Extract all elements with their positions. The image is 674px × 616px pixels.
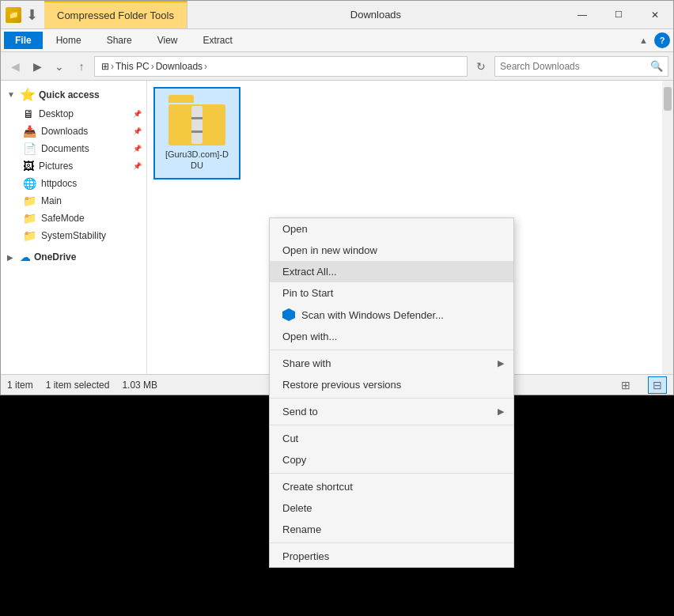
tab-share[interactable]: Share bbox=[95, 31, 144, 50]
file-label: [Guru3D.com]-D DU bbox=[161, 149, 233, 172]
menu-extract-all-label: Extract All... bbox=[282, 266, 337, 278]
menu-open-new-window-label: Open in new window bbox=[282, 244, 377, 256]
menu-open-with-label: Open with... bbox=[282, 331, 337, 342]
onedrive-label: OneDrive bbox=[34, 251, 76, 263]
menu-rename-label: Rename bbox=[282, 523, 321, 535]
desktop-icon: 🖥 bbox=[23, 108, 34, 120]
search-input[interactable] bbox=[500, 61, 647, 72]
sidebar-main-label: Main bbox=[41, 195, 62, 206]
window-title: Downloads bbox=[187, 1, 564, 28]
compressed-tab-label: Compressed Folder Tools bbox=[57, 9, 174, 21]
menu-item-share-with[interactable]: Share with ▶ bbox=[270, 353, 513, 374]
sidebar-item-desktop[interactable]: 🖥 Desktop 📌 bbox=[1, 105, 146, 123]
expand-icon-od: ▶ bbox=[7, 253, 17, 262]
search-icon: 🔍 bbox=[650, 60, 663, 72]
menu-item-pin-to-start[interactable]: Pin to Start bbox=[270, 282, 513, 304]
minimize-button[interactable]: — bbox=[564, 1, 600, 29]
up-button[interactable]: ↑ bbox=[72, 57, 91, 76]
menu-share-with-label: Share with bbox=[282, 357, 331, 369]
sidebar-item-pictures[interactable]: 🖼 Pictures 📌 bbox=[1, 157, 146, 175]
windows-defender-icon bbox=[282, 308, 295, 321]
tab-extract[interactable]: Extract bbox=[191, 31, 244, 50]
menu-properties-label: Properties bbox=[282, 550, 329, 562]
menu-open-label: Open bbox=[282, 223, 308, 235]
menu-send-to-label: Send to bbox=[282, 406, 318, 418]
window-controls: — ☐ ✕ bbox=[564, 1, 673, 28]
sidebar-item-httpdocs[interactable]: 🌐 httpdocs bbox=[1, 175, 146, 192]
menu-separator-5 bbox=[270, 542, 513, 543]
documents-icon: 📄 bbox=[23, 142, 36, 155]
pin-icon: 📌 bbox=[133, 110, 142, 118]
path-this-pc: This PC bbox=[115, 61, 150, 72]
menu-item-open-with[interactable]: Open with... bbox=[270, 326, 513, 347]
ribbon: File Home Share View Extract ▲ ? bbox=[1, 29, 673, 52]
menu-item-create-shortcut[interactable]: Create shortcut bbox=[270, 476, 513, 497]
menu-item-send-to[interactable]: Send to ▶ bbox=[270, 401, 513, 422]
menu-item-restore-versions[interactable]: Restore previous versions bbox=[270, 374, 513, 395]
forward-button[interactable]: ▶ bbox=[28, 57, 47, 76]
menu-item-scan-defender[interactable]: Scan with Windows Defender... bbox=[270, 304, 513, 326]
ribbon-tabs: File Home Share View Extract ▲ ? bbox=[1, 29, 673, 51]
menu-item-delete[interactable]: Delete bbox=[270, 497, 513, 519]
menu-pin-to-start-label: Pin to Start bbox=[282, 287, 333, 299]
pin-icon-pic: 📌 bbox=[133, 162, 142, 170]
onedrive-icon: ☁ bbox=[20, 251, 31, 263]
large-icon-view-button[interactable]: ⊟ bbox=[648, 376, 667, 394]
help-button[interactable]: ? bbox=[654, 32, 670, 48]
compressed-folder-tools-tab[interactable]: Compressed Folder Tools bbox=[44, 1, 187, 28]
menu-item-rename[interactable]: Rename bbox=[270, 519, 513, 540]
downloads-icon: 📥 bbox=[23, 125, 36, 138]
sidebar-item-systemstability[interactable]: 📁 SystemStability bbox=[1, 227, 146, 244]
item-selected: 1 item selected bbox=[46, 380, 110, 391]
tab-view[interactable]: View bbox=[146, 31, 190, 50]
sidebar-item-safemode[interactable]: 📁 SafeMode bbox=[1, 210, 146, 227]
menu-separator-1 bbox=[270, 350, 513, 350]
menu-separator-2 bbox=[270, 398, 513, 399]
zip-stripe bbox=[191, 106, 203, 144]
tab-home[interactable]: Home bbox=[44, 31, 93, 50]
menu-item-properties[interactable]: Properties bbox=[270, 546, 513, 567]
tab-file[interactable]: File bbox=[4, 32, 43, 49]
menu-item-cut[interactable]: Cut bbox=[270, 428, 513, 449]
sidebar-desktop-label: Desktop bbox=[39, 108, 74, 119]
sidebar: ▼ ⭐ Quick access 🖥 Desktop 📌 📥 Downloads… bbox=[1, 81, 147, 374]
menu-item-open-new-window[interactable]: Open in new window bbox=[270, 240, 513, 261]
sidebar-item-documents[interactable]: 📄 Documents 📌 bbox=[1, 140, 146, 157]
menu-separator-3 bbox=[270, 425, 513, 425]
search-box: 🔍 bbox=[494, 56, 668, 77]
scrollbar-thumb[interactable] bbox=[664, 87, 672, 111]
sidebar-item-downloads[interactable]: 📥 Downloads 📌 bbox=[1, 123, 146, 140]
context-menu: Open Open in new window Extract All... P… bbox=[269, 217, 514, 568]
menu-copy-label: Copy bbox=[282, 454, 306, 466]
sidebar-item-main[interactable]: 📁 Main bbox=[1, 192, 146, 210]
menu-scan-defender-label: Scan with Windows Defender... bbox=[301, 309, 444, 321]
sidebar-safemode-label: SafeMode bbox=[41, 213, 85, 224]
back-button[interactable]: ◀ bbox=[6, 57, 25, 76]
sidebar-pictures-label: Pictures bbox=[39, 161, 73, 172]
scrollbar-track[interactable] bbox=[662, 81, 673, 374]
onedrive-header[interactable]: ▶ ☁ OneDrive bbox=[1, 248, 146, 266]
address-bar: ◀ ▶ ⌄ ↑ ⊞ › This PC › Downloads › ↻ 🔍 bbox=[1, 52, 673, 81]
file-item-guru3d[interactable]: [Guru3D.com]-D DU bbox=[153, 87, 240, 180]
menu-item-copy[interactable]: Copy bbox=[270, 449, 513, 471]
menu-item-extract-all[interactable]: Extract All... bbox=[270, 261, 513, 282]
window-icon: 📁 bbox=[6, 7, 21, 23]
refresh-button[interactable]: ↻ bbox=[471, 56, 491, 77]
list-view-button[interactable]: ⊞ bbox=[616, 376, 635, 394]
path-downloads: Downloads bbox=[156, 61, 203, 72]
send-to-arrow: ▶ bbox=[498, 406, 504, 417]
systemstability-icon: 📁 bbox=[23, 229, 36, 242]
address-path[interactable]: ⊞ › This PC › Downloads › bbox=[94, 56, 468, 77]
ribbon-expand-button[interactable]: ▲ bbox=[634, 34, 653, 47]
httpdocs-icon: 🌐 bbox=[23, 177, 36, 190]
expand-path-button[interactable]: ⌄ bbox=[50, 57, 69, 76]
menu-item-open[interactable]: Open bbox=[270, 218, 513, 240]
quick-access-label: Quick access bbox=[39, 89, 100, 100]
quick-access-header[interactable]: ▼ ⭐ Quick access bbox=[1, 84, 146, 105]
quick-access-arrow[interactable]: ⬇ bbox=[25, 6, 40, 24]
maximize-button[interactable]: ☐ bbox=[600, 1, 637, 29]
share-with-arrow: ▶ bbox=[498, 358, 504, 368]
folder-body bbox=[168, 104, 225, 145]
close-button[interactable]: ✕ bbox=[637, 1, 673, 29]
menu-separator-4 bbox=[270, 473, 513, 474]
